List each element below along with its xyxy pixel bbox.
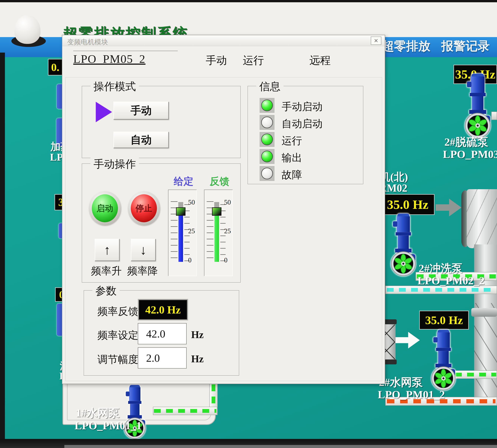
adjust-step-label: 调节幅度 [98,353,138,367]
pump-water2-name: 2#水网泵 [379,375,423,390]
group-info: 信息 手动启动 自动启动 运行 输出 故障 [248,86,363,184]
manual-mode-button[interactable]: 手动 [113,102,169,120]
tick-0: 0 [224,256,233,264]
freq-setpoint-label: 频率设定 [98,328,138,342]
setpoint-slider-handle[interactable] [176,207,185,216]
led-output-label: 输出 [282,151,302,165]
feedback-slider-label: 反馈 [210,175,229,188]
group-operation-mode: 操作模式 手动 自动 [82,86,241,158]
led-running-label: 运行 [282,134,302,148]
freq-down-label: 频率降 [127,264,158,278]
adjust-step-input[interactable]: 2.0 [138,347,187,368]
group-manual-operation-label: 手动操作 [90,157,139,171]
led-indicator-icon [261,99,273,111]
led-indicator-icon [261,151,273,162]
menu-item-run[interactable]: 运行 [243,53,264,68]
led-indicator-icon [261,168,273,179]
start-button-ring: 启动 [89,192,121,225]
tab-alarm-log[interactable]: 报警记录 [441,38,490,54]
freq-setpoint-unit: Hz [191,329,204,340]
monitor-bezel [0,0,497,2]
freq-feedback-label: 频率反馈 [98,304,138,319]
start-button[interactable]: 启动 [92,194,118,222]
group-operation-mode-label: 操作模式 [90,80,139,94]
led-running [260,132,274,147]
pump-water2-tag: LPO_PM01_2 [378,388,445,401]
device-tag: LPO_PM05_2 [73,52,146,66]
tick-25: 25 [224,227,233,235]
tick-50: 50 [188,198,197,206]
pipe-water1-discharge [153,407,217,415]
setpoint-slider-label: 给定 [174,175,193,188]
group-info-label: 信息 [256,80,283,94]
scada-screen: 超零排放控制系统 超零排放 报警记录 35.0 Hz 2#脱硫泵 LPO_PM0… [0,0,497,448]
tab-zero-discharge[interactable]: 超零排放 [382,38,430,54]
tick-25: 25 [188,227,197,235]
pump-water1-name: 1#水网泵 [76,406,120,420]
led-manual-start [260,98,274,113]
led-output [260,149,274,164]
freq-setpoint-input[interactable]: 42.0 [138,323,187,344]
vfd-motor-dialog: 变频电机模块 ✕ LPO_PM05_2 手动 运行 远程 操作模式 手动 自动 … [62,35,385,384]
freq-display-partial-top: 0. [48,59,63,76]
freq-up-button[interactable]: ↑ [95,239,120,261]
dialog-titlebar[interactable]: 变频电机模块 ✕ [62,35,385,46]
dialog-title: 变频电机模块 [67,37,108,47]
pump-flush-graphic[interactable] [390,213,417,277]
led-manual-start-label: 手动启动 [282,100,322,114]
led-auto-start-label: 自动启动 [282,117,322,131]
setpoint-slider[interactable]: 给定 50 25 0 [168,190,197,276]
feedback-slider-handle [212,207,221,216]
mode-pointer-icon [96,102,112,122]
freq-display-water2: 35.0 Hz [419,311,469,330]
led-fault-label: 故障 [282,168,302,182]
led-indicator-icon [261,134,273,145]
pump-water1-tag: LPO_PM01_1 [75,419,142,432]
monitor-bezel [0,53,5,448]
close-icon[interactable]: ✕ [371,36,381,45]
monitor-bezel-edge [64,445,497,448]
freq-display-fan: 35.0 Hz [381,194,434,215]
pump-flush-tag: LPO_PM02_2 [417,274,484,287]
freq-up-label: 频率升 [91,264,122,278]
feedback-slider: 反馈 50 25 0 [204,190,233,276]
menu-item-remote[interactable]: 远程 [309,53,331,68]
freq-down-button[interactable]: ↓ [131,239,156,261]
pump-flush-name: 2#冲洗泵 [419,261,463,276]
adjust-step-unit: Hz [191,353,204,365]
group-parameters-label: 参数 [92,284,120,298]
menu-item-manual[interactable]: 手动 [206,53,227,68]
group-manual-operation: 手动操作 启动 停止 给定 50 25 0 反馈 [82,163,241,283]
arrow-down-icon: ↓ [140,242,147,257]
pump-desulf-name: 2#脱硫泵 [444,135,488,149]
pump-desulf-graphic[interactable] [463,73,492,139]
stop-button[interactable]: 停止 [131,194,157,222]
tick-0: 0 [188,256,197,264]
stop-button-ring: 停止 [128,192,160,225]
pump-water2-graphic[interactable] [430,329,457,391]
duct-elbow [467,189,497,248]
pump-desulf-tag: LPO_PM03_2 [443,148,497,161]
divider [73,51,178,51]
vessel-flange [471,308,497,317]
auto-mode-button[interactable]: 自动 [113,132,169,148]
freq-feedback-display: 42.0 Hz [138,299,188,320]
arrow-up-icon: ↑ [104,242,111,257]
pipe-stub [491,112,497,120]
tick-50: 50 [224,198,233,206]
led-indicator-icon [261,116,273,128]
pipe-water2-discharge [454,370,497,379]
led-fault [260,166,274,181]
group-parameters: 参数 频率反馈 42.0 Hz 频率设定 42.0 Hz 调节幅度 2.0 Hz [84,290,239,376]
led-auto-start [260,115,274,130]
